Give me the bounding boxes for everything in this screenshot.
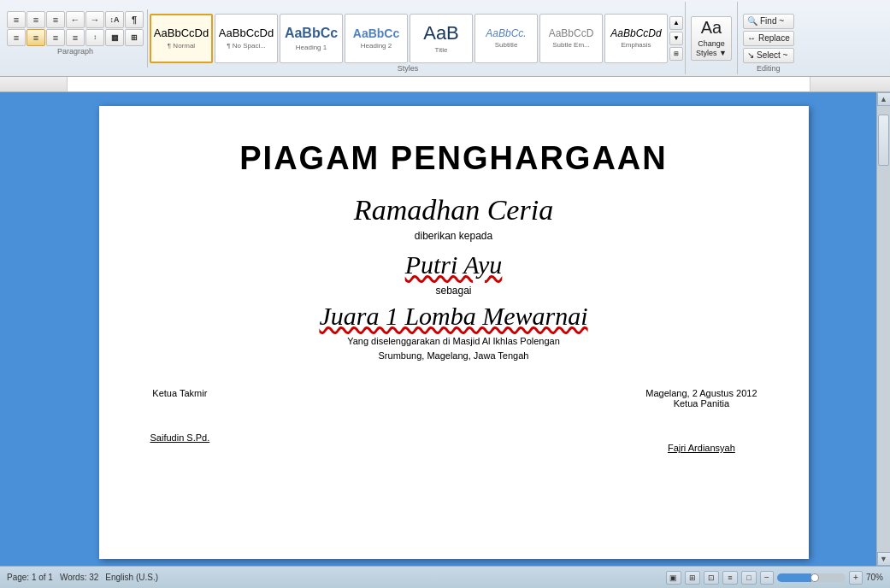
cert-recipient: Putri Ayu — [150, 250, 757, 279]
change-styles-label: ChangeStyles ▼ — [696, 39, 727, 58]
shading-btn[interactable]: ▦ — [105, 29, 124, 46]
zoom-out-btn[interactable]: − — [760, 571, 774, 585]
cert-given-to: diberikan kepada — [150, 230, 757, 242]
change-styles-icon: Aa — [701, 18, 722, 38]
style-preview-6: AaBbCcD — [549, 27, 594, 39]
status-words: Words: 32 — [60, 573, 98, 582]
scroll-track[interactable] — [877, 106, 890, 552]
style-no-spacing[interactable]: AaBbCcDd ¶ No Spaci... — [215, 14, 278, 63]
document-area: PIAGAM PENGHARGAAN Ramadhan Ceria diberi… — [0, 92, 890, 566]
sig-right-title: Ketua Panitia — [645, 398, 757, 409]
zoom-slider[interactable] — [777, 573, 846, 582]
paragraph-label: Paragraph — [7, 47, 144, 56]
style-name-1: ¶ No Spaci... — [227, 42, 266, 50]
style-name-5: Subtitle — [495, 41, 518, 49]
styles-label: Styles — [148, 64, 668, 73]
scroll-up-btn[interactable]: ▲ — [877, 92, 891, 106]
page: PIAGAM PENGHARGAAN Ramadhan Ceria diberi… — [99, 106, 809, 559]
outline-btn[interactable]: ≡ — [722, 571, 738, 585]
editing-group: 🔍 Find ~ ↔ Replace ↘ Select ~ Editing — [738, 2, 799, 74]
style-subtle-em[interactable]: AaBbCcD Subtle Em... — [539, 14, 603, 63]
list-multilevel-btn[interactable]: ≡ — [46, 11, 65, 28]
style-name-4: Title — [435, 46, 448, 54]
sig-right-date: Magelang, 2 Agustus 2012 Ketua Panitia — [645, 388, 757, 409]
sort-btn[interactable]: ↕A — [105, 11, 124, 28]
cert-event-name: Ramadhan Ceria — [150, 194, 757, 226]
zoom-in-btn[interactable]: + — [849, 571, 863, 585]
scrollbar-vertical: ▲ ▼ — [876, 92, 890, 566]
paragraph-group: ≡ ≡ ≡ ← → ↕A ¶ ≡ ≡ ≡ ≡ ↕ ▦ ⊞ — [3, 9, 148, 68]
decrease-indent-btn[interactable]: ← — [66, 11, 85, 28]
change-styles-group: Aa ChangeStyles ▼ — [686, 2, 738, 74]
replace-btn[interactable]: ↔ Replace — [743, 31, 794, 46]
show-hide-btn[interactable]: ¶ — [125, 11, 144, 28]
style-heading1[interactable]: AaBbCc Heading 1 — [280, 14, 343, 63]
style-preview-2: AaBbCc — [285, 25, 338, 41]
styles-list: AaBbCcDd ¶ Normal AaBbCcDd ¶ No Spaci...… — [150, 14, 668, 63]
styles-section: AaBbCcDd ¶ Normal AaBbCcDd ¶ No Spaci...… — [148, 2, 686, 74]
style-preview-7: AaBbCcDd — [610, 27, 661, 39]
ruler: // Will be rendered via SVG below — [0, 77, 890, 92]
styles-scroll-up[interactable]: ▲ — [669, 16, 683, 30]
increase-indent-btn[interactable]: → — [85, 11, 104, 28]
style-heading2[interactable]: AaBbCc Heading 2 — [345, 14, 408, 63]
zoom-level: 70% — [866, 573, 883, 582]
style-preview-5: AaBbCc. — [486, 27, 526, 39]
styles-scroll-more[interactable]: ⊞ — [669, 47, 683, 61]
style-preview-0: AaBbCcDd — [154, 26, 209, 40]
borders-btn[interactable]: ⊞ — [125, 29, 144, 46]
select-icon: ↘ — [747, 50, 754, 60]
list-numbers-btn[interactable]: ≡ — [27, 11, 45, 28]
style-preview-4: AaB — [423, 22, 459, 44]
scroll-down-btn[interactable]: ▼ — [877, 552, 891, 566]
print-layout-btn[interactable]: ▣ — [666, 571, 681, 585]
align-right-btn[interactable]: ≡ — [46, 29, 65, 46]
cert-title: PIAGAM PENGHARGAAN — [150, 140, 757, 177]
find-btn[interactable]: 🔍 Find ~ — [743, 14, 794, 29]
cert-sebagai: sebagai — [150, 285, 757, 297]
draft-btn[interactable]: □ — [741, 571, 757, 585]
line-spacing-btn[interactable]: ↕ — [85, 29, 104, 46]
style-title[interactable]: AaB Title — [410, 14, 473, 63]
style-subtitle[interactable]: AaBbCc. Subtitle — [474, 14, 538, 63]
cert-venue: Yang diselenggarakan di Masjid Al Ikhlas… — [150, 334, 757, 362]
style-name-7: Emphasis — [621, 41, 651, 49]
cert-signatures: Ketua Takmir Saifudin S.Pd. Magelang, 2 … — [150, 388, 757, 453]
sig-date: Magelang, 2 Agustus 2012 — [645, 388, 757, 398]
style-name-6: Subtle Em... — [552, 41, 590, 49]
full-reading-btn[interactable]: ⊞ — [685, 571, 700, 585]
select-btn[interactable]: ↘ Select ~ — [743, 48, 794, 63]
styles-scroll-down[interactable]: ▼ — [669, 32, 683, 45]
web-layout-btn[interactable]: ⊡ — [704, 571, 719, 585]
list-bullets-btn[interactable]: ≡ — [7, 11, 26, 28]
replace-label: Replace — [758, 33, 790, 43]
status-bar: Page: 1 of 1 Words: 32 English (U.S.) ▣ … — [0, 566, 890, 588]
status-language: English (U.S.) — [105, 573, 158, 582]
status-page-info: Page: 1 of 1 — [7, 573, 53, 582]
style-emphasis[interactable]: AaBbCcDd Emphasis — [604, 14, 668, 63]
status-left: Page: 1 of 1 Words: 32 English (U.S.) — [7, 573, 158, 582]
select-label: Select ~ — [757, 50, 787, 60]
cert-award: Juara 1 Lomba Mewarnai — [150, 302, 757, 331]
sig-block-right: Magelang, 2 Agustus 2012 Ketua Panitia F… — [645, 388, 757, 453]
style-preview-1: AaBbCcDd — [219, 26, 274, 40]
ribbon: ≡ ≡ ≡ ← → ↕A ¶ ≡ ≡ ≡ ≡ ↕ ▦ ⊞ — [0, 0, 890, 77]
zoom-thumb — [810, 573, 819, 582]
style-normal[interactable]: AaBbCcDd ¶ Normal — [150, 14, 213, 63]
align-center-btn[interactable]: ≡ — [27, 29, 45, 46]
sig-block-left: Ketua Takmir Saifudin S.Pd. — [150, 388, 210, 453]
align-left-btn[interactable]: ≡ — [7, 29, 26, 46]
style-name-2: Heading 1 — [296, 44, 327, 51]
styles-scroll: ▲ ▼ ⊞ — [669, 16, 683, 61]
cert-venue-line1: Yang diselenggarakan di Masjid Al Ikhlas… — [150, 334, 757, 349]
cert-venue-line2: Srumbung, Magelang, Jawa Tengah — [150, 349, 757, 363]
justify-btn[interactable]: ≡ — [66, 29, 85, 46]
find-label: Find ~ — [760, 16, 784, 26]
style-name-0: ¶ Normal — [168, 42, 195, 50]
change-styles-btn[interactable]: Aa ChangeStyles ▼ — [691, 16, 732, 61]
scroll-thumb[interactable] — [878, 115, 889, 166]
style-preview-3: AaBbCc — [353, 26, 399, 41]
sig-left-name: Saifudin S.Pd. — [150, 432, 210, 443]
sig-right-name: Fajri Ardiansyah — [668, 443, 735, 453]
style-name-3: Heading 2 — [361, 42, 392, 50]
